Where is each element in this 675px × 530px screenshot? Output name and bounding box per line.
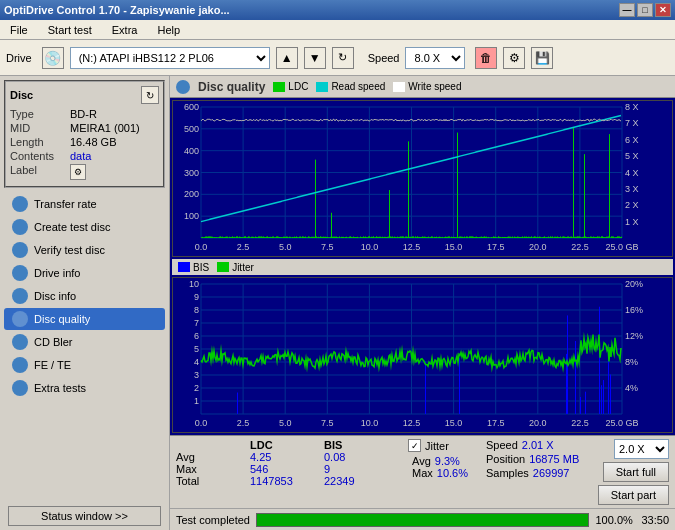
disc-refresh-icon[interactable]: ↻	[141, 86, 159, 104]
close-button[interactable]: ✕	[655, 3, 671, 17]
action-area: 2.0 X 1.0 X 4.0 X 8.0 X Start full Start…	[598, 439, 669, 505]
legend-ldc: LDC	[273, 81, 308, 92]
stats-max-bis: 9	[324, 463, 394, 475]
legend-read-speed-label: Read speed	[331, 81, 385, 92]
test-speed-select[interactable]: 2.0 X 1.0 X 4.0 X 8.0 X	[614, 439, 669, 459]
disc-mid-label: MID	[10, 122, 70, 134]
stats-total-bis: 22349	[324, 475, 394, 487]
title-bar: OptiDrive Control 1.70 - Zapisywanie jak…	[0, 0, 675, 20]
stats-header-blank	[176, 439, 246, 451]
stats-header-bis: BIS	[324, 439, 394, 451]
nav-create-test-disc[interactable]: Create test disc	[4, 216, 165, 238]
disc-contents-field: Contents data	[10, 150, 159, 162]
menu-extra[interactable]: Extra	[106, 22, 144, 38]
drive-next-button[interactable]: ▼	[304, 47, 326, 69]
chart-bis	[172, 277, 673, 433]
speed-select[interactable]: 8.0 X	[405, 47, 465, 69]
legend-bis: BIS	[178, 262, 209, 273]
start-full-button[interactable]: Start full	[603, 462, 669, 482]
drive-prev-button[interactable]: ▲	[276, 47, 298, 69]
nav-disc-info[interactable]: Disc info	[4, 285, 165, 307]
legend-write-speed: Write speed	[393, 81, 461, 92]
jitter-label: Jitter	[425, 440, 449, 452]
menu-help[interactable]: Help	[151, 22, 186, 38]
disc-info-title: Disc	[10, 89, 33, 101]
nav-fe-te[interactable]: FE / TE	[4, 354, 165, 376]
left-panel: Disc ↻ Type BD-R MID MEIRA1 (001) Length…	[0, 76, 170, 530]
drive-select[interactable]: (N:) ATAPI iHBS112 2 PL06	[70, 47, 270, 69]
drive-icon: 💿	[42, 47, 64, 69]
jitter-avg-value: 9.3%	[435, 455, 460, 467]
chart-header-icon	[176, 80, 190, 94]
nav-cd-bler-label: CD Bler	[34, 336, 73, 348]
samples-value: 269997	[533, 467, 570, 479]
speed-label-text: Speed	[486, 439, 518, 451]
disc-type-field: Type BD-R	[10, 108, 159, 120]
menu-start-test[interactable]: Start test	[42, 22, 98, 38]
nav-drive-info-label: Drive info	[34, 267, 80, 279]
disc-contents-label: Contents	[10, 150, 70, 162]
disc-contents-value: data	[70, 150, 91, 162]
refresh-button[interactable]: ↻	[332, 47, 354, 69]
save-button[interactable]: 💾	[531, 47, 553, 69]
chart-title: Disc quality	[198, 80, 265, 94]
nav-verify-test-disc[interactable]: Verify test disc	[4, 239, 165, 261]
chart-header: Disc quality LDC Read speed Write speed	[170, 76, 675, 98]
legend-jitter-color	[217, 262, 229, 272]
disc-label-label: Label	[10, 164, 70, 180]
minimize-button[interactable]: —	[619, 3, 635, 17]
nav-menu: Transfer rate Create test disc Verify te…	[0, 192, 169, 400]
nav-verify-test-disc-icon	[12, 242, 28, 258]
nav-extra-tests-icon	[12, 380, 28, 396]
legend-write-speed-color	[393, 82, 405, 92]
stats-total-ldc: 1147853	[250, 475, 320, 487]
nav-extra-tests[interactable]: Extra tests	[4, 377, 165, 399]
stats-total-label: Total	[176, 475, 246, 487]
speed-label: Speed	[368, 52, 400, 64]
nav-disc-quality[interactable]: Disc quality	[4, 308, 165, 330]
jitter-avg-label: Avg	[412, 455, 431, 467]
disc-label-icon[interactable]: ⚙	[70, 164, 86, 180]
start-part-button[interactable]: Start part	[598, 485, 669, 505]
progress-percent: 100.0%	[595, 514, 635, 526]
disc-length-value: 16.48 GB	[70, 136, 116, 148]
legend-bis-color	[178, 262, 190, 272]
status-window-button[interactable]: Status window >>	[8, 506, 161, 526]
disc-mid-value: MEIRA1 (001)	[70, 122, 140, 134]
jitter-max-label: Max	[412, 467, 433, 479]
jitter-max-value: 10.6%	[437, 467, 468, 479]
disc-type-value: BD-R	[70, 108, 97, 120]
nav-create-test-disc-icon	[12, 219, 28, 235]
status-text: Test completed	[176, 514, 250, 526]
disc-type-label: Type	[10, 108, 70, 120]
charts-container: BIS Jitter	[170, 98, 675, 435]
nav-transfer-rate[interactable]: Transfer rate	[4, 193, 165, 215]
maximize-button[interactable]: □	[637, 3, 653, 17]
progress-bar-inner	[257, 514, 588, 526]
progress-bar-outer	[256, 513, 589, 527]
main-area: Disc ↻ Type BD-R MID MEIRA1 (001) Length…	[0, 76, 675, 530]
drive-label: Drive	[6, 52, 32, 64]
nav-extra-tests-label: Extra tests	[34, 382, 86, 394]
nav-verify-test-disc-label: Verify test disc	[34, 244, 105, 256]
settings-button[interactable]: ⚙	[503, 47, 525, 69]
nav-cd-bler-icon	[12, 334, 28, 350]
legend-read-speed-color	[316, 82, 328, 92]
legend-jitter: Jitter	[217, 262, 254, 273]
nav-fe-te-label: FE / TE	[34, 359, 71, 371]
disc-length-label: Length	[10, 136, 70, 148]
nav-disc-info-icon	[12, 288, 28, 304]
legend-read-speed: Read speed	[316, 81, 385, 92]
nav-drive-info[interactable]: Drive info	[4, 262, 165, 284]
erase-button[interactable]: 🗑	[475, 47, 497, 69]
jitter-section: ✓ Jitter Avg 9.3% Max 10.6%	[408, 439, 468, 479]
chart-ldc	[172, 100, 673, 257]
jitter-checkbox[interactable]: ✓	[408, 439, 421, 452]
samples-label: Samples	[486, 467, 529, 479]
menu-bar: File Start test Extra Help	[0, 20, 675, 40]
nav-cd-bler[interactable]: CD Bler	[4, 331, 165, 353]
disc-info-box: Disc ↻ Type BD-R MID MEIRA1 (001) Length…	[4, 80, 165, 188]
chart2-legend: BIS Jitter	[172, 259, 673, 275]
menu-file[interactable]: File	[4, 22, 34, 38]
position-value: 16875 MB	[529, 453, 579, 465]
